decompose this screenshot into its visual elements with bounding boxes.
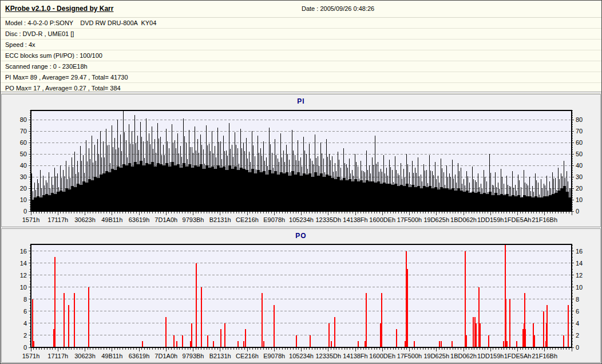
- pi-chart: 00101020203030404050506060707080801571h1…: [2, 94, 600, 227]
- kprobe-window: KProbe v2.1.0 - Designed by Karr Date : …: [0, 0, 602, 364]
- svg-text:4: 4: [23, 320, 27, 327]
- info-pi-stats: PI Max= 89 , Average= 29.47 , Total= 417…: [1, 72, 601, 83]
- svg-text:10: 10: [576, 284, 583, 291]
- svg-text:50: 50: [20, 151, 27, 157]
- svg-text:49B11h: 49B11h: [101, 353, 122, 359]
- po-chart-title: PO: [2, 232, 600, 240]
- svg-text:12335Dh: 12335Dh: [315, 216, 341, 223]
- svg-text:1600DEh: 1600DEh: [369, 216, 395, 223]
- svg-text:40: 40: [20, 162, 27, 169]
- svg-text:9793Bh: 9793Bh: [183, 353, 204, 359]
- svg-text:16: 16: [20, 248, 27, 255]
- svg-text:1DD159h: 1DD159h: [477, 216, 504, 223]
- svg-text:12: 12: [576, 272, 583, 279]
- svg-text:4: 4: [576, 320, 579, 327]
- svg-text:30623h: 30623h: [74, 353, 96, 359]
- svg-text:30623h: 30623h: [74, 216, 96, 223]
- svg-text:12335Dh: 12335Dh: [315, 353, 341, 359]
- info-ecc-blocks: ECC blocks sum (PI/PO) : 100/100: [1, 50, 601, 61]
- svg-text:80: 80: [576, 116, 583, 123]
- svg-text:17117h: 17117h: [47, 216, 68, 223]
- svg-text:30: 30: [576, 173, 583, 180]
- svg-text:105234h: 105234h: [289, 216, 314, 223]
- svg-text:7D1A0h: 7D1A0h: [155, 216, 177, 223]
- title-row: KProbe v2.1.0 - Designed by Karr Date : …: [1, 1, 601, 18]
- svg-text:1DD159h: 1DD159h: [477, 353, 504, 359]
- svg-text:E9078h: E9078h: [263, 353, 285, 359]
- svg-text:B2131h: B2131h: [209, 216, 231, 223]
- svg-text:30: 30: [20, 173, 27, 180]
- svg-text:10: 10: [576, 196, 583, 203]
- svg-text:60: 60: [20, 139, 27, 146]
- svg-text:40: 40: [576, 162, 583, 169]
- svg-text:8: 8: [23, 296, 27, 303]
- svg-text:0: 0: [576, 344, 579, 351]
- svg-text:50: 50: [576, 151, 583, 157]
- svg-text:63619h: 63619h: [129, 353, 150, 359]
- svg-text:70: 70: [576, 128, 583, 134]
- svg-text:17F500h: 17F500h: [397, 216, 422, 223]
- scan-date-label: Date : 2005/09/26 0:48:26: [302, 5, 374, 12]
- svg-text:14138Fh: 14138Fh: [343, 353, 367, 359]
- svg-text:10: 10: [20, 196, 27, 203]
- svg-text:20: 20: [20, 185, 27, 192]
- app-title: KProbe v2.1.0 - Designed by Karr: [5, 5, 113, 13]
- svg-text:70: 70: [20, 128, 27, 134]
- info-disc: Disc : DVD-R , UME01 []: [1, 29, 601, 39]
- svg-text:1600DEh: 1600DEh: [369, 353, 395, 359]
- svg-text:B2131h: B2131h: [209, 353, 231, 359]
- svg-text:19D625h: 19D625h: [423, 216, 449, 223]
- svg-text:2: 2: [23, 332, 27, 339]
- svg-text:9793Bh: 9793Bh: [183, 216, 204, 223]
- po-plot-area: [31, 244, 572, 347]
- svg-text:49B11h: 49B11h: [101, 216, 122, 223]
- svg-text:17F500h: 17F500h: [397, 353, 422, 359]
- svg-text:105234h: 105234h: [289, 353, 314, 359]
- pi-chart-title: PI: [2, 97, 600, 105]
- svg-text:1571h: 1571h: [22, 353, 40, 359]
- svg-text:1FDE5Ah: 1FDE5Ah: [504, 216, 532, 223]
- svg-text:21F16Bh: 21F16Bh: [532, 216, 557, 223]
- svg-text:E9078h: E9078h: [263, 216, 285, 223]
- svg-text:0: 0: [576, 208, 579, 215]
- svg-text:7D1A0h: 7D1A0h: [155, 353, 177, 359]
- info-model: Model : 4-0-2-0 P:SONY DVD RW DRU-800A K…: [1, 18, 601, 29]
- po-chart-panel: PO 002244668810101212141416161571h17117h…: [1, 228, 601, 363]
- svg-text:14: 14: [576, 260, 583, 267]
- svg-text:6: 6: [576, 308, 579, 315]
- info-scanned-range: Scanned range : 0 - 230E18h: [1, 61, 601, 72]
- svg-text:1571h: 1571h: [22, 216, 40, 223]
- svg-text:1BD062h: 1BD062h: [450, 353, 477, 359]
- svg-text:14138Fh: 14138Fh: [343, 216, 367, 223]
- svg-text:80: 80: [20, 116, 27, 123]
- svg-text:1BD062h: 1BD062h: [450, 216, 477, 223]
- po-chart: 002244668810101212141416161571h17117h306…: [2, 229, 600, 362]
- svg-text:1FDE5Ah: 1FDE5Ah: [504, 353, 532, 359]
- info-speed: Speed : 4x: [1, 39, 601, 50]
- svg-text:CE216h: CE216h: [236, 216, 259, 223]
- svg-text:20: 20: [576, 185, 583, 192]
- svg-text:6: 6: [23, 308, 27, 315]
- report-header: KProbe v2.1.0 - Designed by Karr Date : …: [1, 1, 601, 92]
- svg-text:8: 8: [576, 296, 579, 303]
- svg-text:14: 14: [20, 260, 27, 267]
- svg-text:2: 2: [576, 332, 579, 339]
- pi-chart-panel: PI 0010102020303040405050606070708080157…: [1, 94, 601, 227]
- svg-text:0: 0: [23, 208, 27, 215]
- svg-text:0: 0: [23, 344, 27, 351]
- svg-text:16: 16: [576, 248, 583, 255]
- svg-text:17117h: 17117h: [47, 353, 68, 359]
- svg-text:12: 12: [20, 272, 27, 279]
- svg-text:21F16Bh: 21F16Bh: [532, 353, 557, 359]
- svg-text:60: 60: [576, 139, 583, 146]
- svg-text:CE216h: CE216h: [236, 353, 259, 359]
- svg-text:63619h: 63619h: [129, 216, 150, 223]
- svg-text:10: 10: [20, 284, 27, 291]
- info-po-stats: PO Max= 17 , Average= 0.27 , Total= 384: [1, 83, 601, 94]
- svg-text:19D625h: 19D625h: [423, 353, 449, 359]
